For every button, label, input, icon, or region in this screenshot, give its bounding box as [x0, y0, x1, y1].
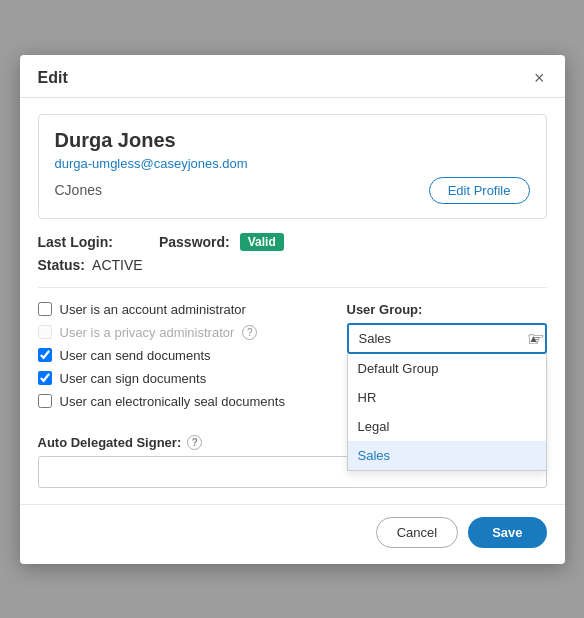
sign-docs-checkbox[interactable]	[38, 371, 52, 385]
dropdown-list: Default Group HR Legal Sales	[347, 354, 547, 471]
seal-docs-label: User can electronically seal documents	[60, 394, 285, 409]
modal-body: Durga Jones durga-umgless@caseyjones.dom…	[20, 98, 565, 504]
profile-username: CJones	[55, 182, 102, 198]
dropdown-item-hr[interactable]: HR	[348, 383, 546, 412]
profile-email: durga-umgless@caseyjones.dom	[55, 156, 530, 171]
admin-checkbox[interactable]	[38, 302, 52, 316]
modal-title: Edit	[38, 69, 68, 87]
user-group-dropdown-wrapper: Sales ▲ ☞ Default Group HR Legal Sales	[347, 323, 547, 354]
close-button[interactable]: ×	[532, 69, 547, 87]
dropdown-item-default-group[interactable]: Default Group	[348, 354, 546, 383]
sign-docs-label: User can sign documents	[60, 371, 207, 386]
privacy-admin-label: User is a privacy administrator	[60, 325, 235, 340]
info-row: Last Login: Password: Valid	[38, 233, 547, 251]
privacy-admin-help-icon[interactable]: ?	[242, 325, 257, 340]
profile-card: Durga Jones durga-umgless@caseyjones.dom…	[38, 114, 547, 219]
modal-header: Edit ×	[20, 55, 565, 98]
edit-profile-button[interactable]: Edit Profile	[429, 177, 530, 204]
user-group-selected-value: Sales	[359, 331, 392, 346]
checkbox-row-3: User can send documents	[38, 348, 327, 363]
checkbox-row-2: User is a privacy administrator ?	[38, 325, 327, 340]
user-group-section: User Group: Sales ▲ ☞ Default Group HR L…	[347, 302, 547, 354]
profile-card-row: CJones Edit Profile	[55, 177, 530, 204]
dropdown-item-sales[interactable]: Sales	[348, 441, 546, 470]
edit-modal: Edit × Durga Jones durga-umgless@caseyjo…	[20, 55, 565, 564]
status-label: Status:	[38, 257, 85, 273]
status-row: Status: ACTIVE	[38, 257, 547, 273]
checkbox-row-1: User is an account administrator	[38, 302, 327, 317]
save-button[interactable]: Save	[468, 517, 546, 548]
checkboxes-section: User is an account administrator User is…	[38, 302, 327, 417]
password-label: Password:	[159, 234, 230, 250]
checkbox-row-5: User can electronically seal documents	[38, 394, 327, 409]
two-col-section: User is an account administrator User is…	[38, 302, 547, 417]
admin-label: User is an account administrator	[60, 302, 246, 317]
dropdown-item-legal[interactable]: Legal	[348, 412, 546, 441]
status-value: ACTIVE	[92, 257, 143, 273]
user-group-dropdown[interactable]: Sales	[347, 323, 547, 354]
send-docs-checkbox[interactable]	[38, 348, 52, 362]
modal-overlay: Edit × Durga Jones durga-umgless@caseyjo…	[0, 0, 584, 618]
modal-footer: Cancel Save	[20, 504, 565, 564]
divider	[38, 287, 547, 288]
send-docs-label: User can send documents	[60, 348, 211, 363]
profile-name: Durga Jones	[55, 129, 530, 152]
last-login-label: Last Login:	[38, 234, 113, 250]
checkbox-row-4: User can sign documents	[38, 371, 327, 386]
password-status-badge: Valid	[240, 233, 284, 251]
auto-delegated-help-icon[interactable]: ?	[187, 435, 202, 450]
user-group-label: User Group:	[347, 302, 547, 317]
seal-docs-checkbox[interactable]	[38, 394, 52, 408]
privacy-admin-checkbox[interactable]	[38, 325, 52, 339]
cancel-button[interactable]: Cancel	[376, 517, 458, 548]
